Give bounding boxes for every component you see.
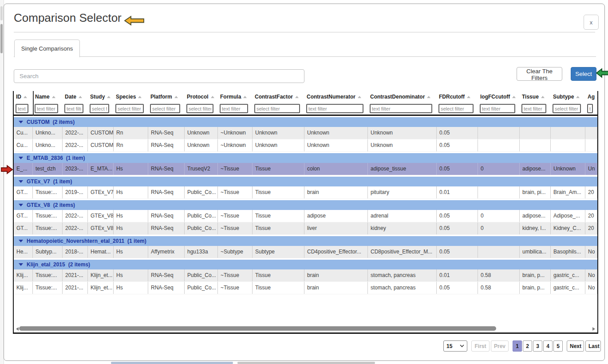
first-page-button[interactable]: First (471, 340, 490, 352)
tab-single-comparisons[interactable]: Single Comparisons (14, 40, 80, 57)
column-header-name[interactable]: Name (33, 91, 63, 103)
group-row-gtex-v7[interactable]: GTEx_V7(1 item) (14, 175, 597, 186)
page-size-value: 15 (446, 343, 452, 349)
cell: brain (304, 269, 368, 281)
page-button-1[interactable]: 1 (513, 340, 522, 352)
scrollbar-thumb[interactable] (19, 326, 496, 331)
cell: Unkno... (33, 127, 63, 139)
column-header-contrastdenominator[interactable]: ContrastDenominator (368, 91, 437, 103)
table-row[interactable]: GT...Tissue:...2019-...GTEx_V7HsRNA-SeqP… (14, 186, 597, 199)
cell: ~Tissue (218, 222, 253, 234)
page-button-4[interactable]: 4 (543, 340, 553, 352)
cell: RNA-Seq (148, 127, 185, 139)
cell: Cu... (14, 139, 33, 151)
cell: adipose... (520, 163, 551, 175)
group-row-gtex-v8[interactable]: GTEx_V8(2 items) (14, 199, 597, 210)
select-button[interactable]: Select (571, 67, 596, 81)
next-page-button[interactable]: Next (567, 340, 584, 352)
column-label: Study (90, 94, 105, 100)
column-header-fdrcutoff[interactable]: FDRcutoff (437, 91, 478, 103)
cell: Tissue (253, 282, 304, 294)
page-scrollbar-thumb[interactable] (0, 24, 3, 53)
last-page-button[interactable]: Last (585, 340, 601, 352)
cell: stomach, pancreas (368, 269, 437, 281)
filter-input-fdrcutoff[interactable] (438, 104, 474, 113)
column-header-platform[interactable]: Platform (148, 91, 185, 103)
filter-cell (437, 103, 478, 115)
filter-input-formula[interactable] (220, 104, 248, 113)
filter-input-ag[interactable] (587, 104, 593, 113)
filter-input-tissue[interactable] (521, 104, 546, 113)
column-header-date[interactable]: Date (63, 91, 88, 103)
group-row-e-mtab-2836[interactable]: E_MTAB_2836(1 item) (14, 152, 597, 163)
cell: Hs (114, 246, 148, 258)
column-header-contrastfactor[interactable]: ContrastFactor (253, 91, 304, 103)
group-row-custom[interactable]: CUSTOM(2 items) (14, 116, 597, 127)
column-label: logFCcutoff (480, 94, 510, 100)
filter-input-contrastfactor[interactable] (254, 104, 300, 113)
sort-icon (467, 96, 470, 98)
table-row[interactable]: Cu...Unkno...2022-...CUSTOMRnRNA-SeqUnkn… (14, 127, 597, 139)
filter-input-study[interactable] (90, 104, 109, 113)
page-scrollbar-thumb[interactable] (0, 6, 3, 20)
horizontal-scrollbar[interactable] (14, 325, 597, 332)
filter-input-subtype[interactable] (553, 104, 581, 113)
cell: Tissue (253, 222, 304, 234)
scroll-left-icon[interactable] (16, 327, 19, 331)
column-label: ContrastNumerator (307, 94, 355, 100)
filter-input-name[interactable] (35, 104, 58, 113)
cell: 0.05 (437, 139, 478, 151)
column-header-protocol[interactable]: Protocol (185, 91, 218, 103)
collapse-icon (19, 263, 23, 266)
scroll-right-icon[interactable] (592, 327, 595, 331)
clear-filters-button[interactable]: Clear The Filters (517, 67, 562, 81)
table-row[interactable]: He...Subtyp...2018-...Hemat...HsAffymetr… (14, 246, 597, 258)
filter-cell (148, 103, 185, 115)
pagination-pages: 12345 (513, 340, 563, 352)
filter-input-contrastdenominator[interactable] (370, 104, 432, 113)
page-button-2[interactable]: 2 (523, 340, 532, 352)
group-row-hematopoietic-novershtern-etal-2011[interactable]: Hematopoietic_Novershtern_etal_2011(1 it… (14, 235, 597, 246)
cell: brain, pi... (520, 186, 551, 198)
page-button-5[interactable]: 5 (553, 340, 563, 352)
column-header-formula[interactable]: Formula (218, 91, 253, 103)
column-header-ag[interactable]: Ag (585, 91, 597, 103)
comparison-selector-dialog: Comparison Selector x Single Comparisons… (4, 4, 605, 361)
cell: hgu133a (185, 246, 218, 258)
column-header-contrastnumerator[interactable]: ContrastNumerator (304, 91, 368, 103)
filter-input-id[interactable] (16, 104, 28, 113)
prev-page-button[interactable]: Prev (491, 340, 509, 352)
cell: GTEx_V8 (88, 210, 114, 222)
page-size-select[interactable]: 15 (443, 340, 467, 352)
table-row[interactable]: GT...Tissue:...2022-...GTEx_V8HsRNA-SeqP… (14, 210, 597, 222)
close-button[interactable]: x (584, 15, 599, 30)
cell: 0.58 (478, 269, 520, 281)
column-label: ContrastFactor (255, 94, 293, 100)
column-header-study[interactable]: Study (88, 91, 114, 103)
table-row[interactable]: Cu...Unkno...2022-...CUSTOMRnRNA-SeqUnkn… (14, 139, 597, 152)
filter-input-species[interactable] (115, 104, 144, 113)
filter-input-logfccutoff[interactable] (480, 104, 515, 113)
table-filter-row (14, 103, 597, 115)
filter-input-date[interactable] (64, 104, 83, 113)
table-row[interactable]: Klij...Tissue:...2021-...Klijn_et...HsRN… (14, 269, 597, 282)
page-button-3[interactable]: 3 (533, 340, 542, 352)
group-count: (2 items) (68, 261, 90, 268)
filter-input-contrastnumerator[interactable] (306, 104, 363, 113)
table-row[interactable]: Klij...Tissue:...2021-...Klijn_et...HsRN… (14, 282, 597, 294)
column-header-subtype[interactable]: Subtype (551, 91, 585, 103)
table-row-selected[interactable]: E_...test_dzh2023-...E_MTA...HsRNA-SeqTr… (14, 163, 597, 175)
filter-input-protocol[interactable] (186, 104, 213, 113)
search-input[interactable] (14, 69, 304, 83)
column-header-tissue[interactable]: Tissue (520, 91, 551, 103)
column-header-id[interactable]: ID (14, 91, 33, 103)
yellow-arrow-annotation (124, 16, 145, 26)
screen: Comparison Selector x Single Comparisons… (0, 0, 608, 364)
filter-input-platform[interactable] (150, 104, 180, 113)
column-header-logfccutoff[interactable]: logFCcutoff (478, 91, 520, 103)
column-header-species[interactable]: Species (114, 91, 148, 103)
table-row[interactable]: GT...Tissue:...2022-...GTEx_V8HsRNA-SeqP… (14, 222, 597, 235)
cell: Tissue (253, 269, 304, 281)
title-divider (14, 32, 595, 32)
group-row-klijn-etal-2015[interactable]: Klijn_etal_2015(2 items) (14, 258, 597, 269)
